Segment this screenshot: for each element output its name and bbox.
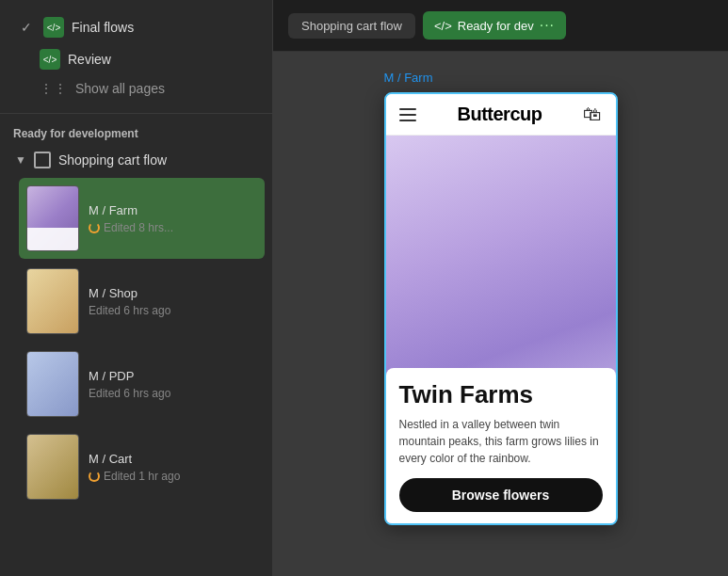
thumb-farm <box>26 185 79 251</box>
page-meta-pdp: Edited 6 hrs ago <box>89 387 170 400</box>
page-meta-farm: Edited 8 hrs... <box>89 221 173 234</box>
code-badge-review: </> <box>40 49 60 70</box>
page-item-m-shop[interactable]: M / Shop Edited 6 hrs ago <box>19 261 265 342</box>
page-info-farm: M / Farm Edited 8 hrs... <box>89 203 173 234</box>
tab-active-prefix: </> <box>434 19 452 33</box>
phone-frame: Buttercup 🛍 Twin Farms Nestled in a vall… <box>384 92 618 525</box>
flow-header[interactable]: ▼ Shopping cart flow <box>8 146 265 174</box>
sidebar: ✓ </> Final flows </> Review ⋮⋮ Show all… <box>0 0 273 576</box>
page-meta-cart: Edited 1 hr ago <box>89 470 180 483</box>
page-info-shop: M / Shop Edited 6 hrs ago <box>89 286 170 317</box>
hero-title: Twin Farms <box>399 381 603 408</box>
thumb-pdp <box>26 351 79 417</box>
show-all-pages[interactable]: ⋮⋮ Show all pages <box>13 75 259 102</box>
hero-description: Nestled in a valley between twin mountai… <box>399 416 603 467</box>
section-header-ready: Ready for development <box>0 114 272 146</box>
page-list: M / Farm Edited 8 hrs... M / Shop Edited… <box>8 174 265 511</box>
page-item-m-cart[interactable]: M / Cart Edited 1 hr ago <box>19 426 265 507</box>
tab-more-icon[interactable]: ··· <box>540 17 555 34</box>
thumb-shop <box>26 268 79 334</box>
cart-icon[interactable]: 🛍 <box>583 104 602 125</box>
thumb-cart <box>26 434 79 500</box>
tab-active-label: Ready for dev <box>458 19 534 33</box>
sync-icon-cart <box>89 471 100 482</box>
dots-icon: ⋮⋮ <box>40 81 68 96</box>
brand-name: Buttercup <box>458 104 542 125</box>
canvas-area: M / Farm Buttercup 🛍 Twin Farms <box>273 52 728 576</box>
flow-section: ▼ Shopping cart flow M / Farm Edited 8 h… <box>0 146 272 517</box>
tab-ready-for-dev[interactable]: </> Ready for dev ··· <box>423 11 566 40</box>
sync-icon-farm <box>89 222 100 233</box>
code-badge-final-flows: </> <box>43 17 64 38</box>
frame-icon <box>34 152 51 168</box>
hero-overlay: Twin Farms Nestled in a valley between t… <box>386 368 616 523</box>
phone-header: Buttercup 🛍 <box>386 94 616 136</box>
topbar: Shopping cart flow </> Ready for dev ··· <box>273 0 728 52</box>
page-meta-shop: Edited 6 hrs ago <box>89 304 170 317</box>
sidebar-item-review[interactable]: </> Review <box>13 43 259 75</box>
browse-flowers-button[interactable]: Browse flowers <box>399 478 603 512</box>
page-name-pdp: M / PDP <box>89 369 170 383</box>
main-area: Shopping cart flow </> Ready for dev ···… <box>273 0 728 576</box>
page-item-m-pdp[interactable]: M / PDP Edited 6 hrs ago <box>19 344 265 424</box>
frame-label: M / Farm <box>384 71 433 85</box>
show-all-label: Show all pages <box>75 81 165 96</box>
page-name-farm: M / Farm <box>89 203 173 217</box>
canvas-inner: M / Farm Buttercup 🛍 Twin Farms <box>384 71 618 525</box>
tab-shopping-cart-flow[interactable]: Shopping cart flow <box>288 13 415 39</box>
arrow-down-icon: ▼ <box>15 153 26 167</box>
sidebar-item-final-flows[interactable]: ✓ </> Final flows <box>13 11 259 43</box>
sidebar-top-section: ✓ </> Final flows </> Review ⋮⋮ Show all… <box>0 0 272 114</box>
flow-label: Shopping cart flow <box>58 152 167 168</box>
check-icon: ✓ <box>21 20 36 35</box>
page-info-cart: M / Cart Edited 1 hr ago <box>89 452 180 483</box>
sidebar-label-review: Review <box>68 52 111 67</box>
sidebar-ready-section: Ready for development ▼ Shopping cart fl… <box>0 114 272 517</box>
page-item-m-farm[interactable]: M / Farm Edited 8 hrs... <box>19 178 265 259</box>
hamburger-icon[interactable] <box>399 108 416 121</box>
page-info-pdp: M / PDP Edited 6 hrs ago <box>89 369 170 400</box>
page-name-cart: M / Cart <box>89 452 180 466</box>
sidebar-label-final-flows: Final flows <box>72 20 134 35</box>
page-name-shop: M / Shop <box>89 286 170 300</box>
phone-hero-image: Twin Farms Nestled in a valley between t… <box>386 136 616 523</box>
